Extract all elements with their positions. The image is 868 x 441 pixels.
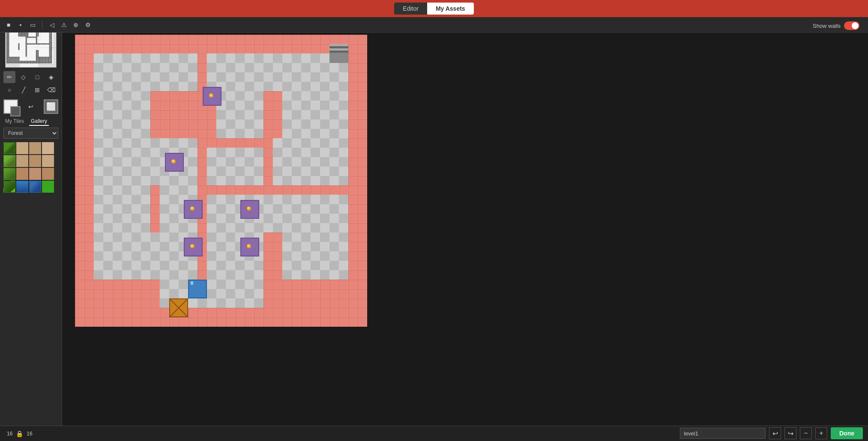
tile-15[interactable] — [29, 181, 41, 193]
tile-3[interactable] — [29, 142, 41, 154]
erase-tool[interactable]: ⌫ — [45, 84, 57, 96]
tab-my-tiles[interactable]: My Tiles — [3, 117, 26, 126]
tile-category-select[interactable]: Forest Castle Dungeon Desert Snow — [3, 128, 58, 139]
lock-icon: 🔒 — [16, 430, 23, 437]
small-square-icon[interactable]: ▪ — [16, 21, 25, 29]
pencil-tool[interactable]: ✏ — [3, 71, 15, 83]
tab-container: Editor My Assets — [394, 3, 473, 15]
tile-6[interactable] — [16, 155, 28, 167]
tile-grid — [3, 142, 58, 193]
tile-10[interactable] — [16, 168, 28, 180]
tile-5[interactable] — [3, 155, 15, 167]
toolbar: ■ ▪ ▭ ◁ ⚠ ⊕ ⚙ — [0, 17, 868, 33]
show-walls-toggle[interactable] — [844, 21, 859, 30]
back-icon[interactable]: ◁ — [48, 21, 56, 29]
tile-12[interactable] — [42, 168, 54, 180]
color-area: ↩ ⬜ — [0, 98, 62, 116]
done-button[interactable]: Done — [831, 427, 863, 439]
tile-14[interactable] — [16, 181, 28, 193]
square-icon[interactable]: ■ — [4, 21, 13, 29]
redo-button[interactable]: ↪ — [784, 427, 796, 439]
add-layer-icon[interactable]: ⊕ — [72, 21, 80, 29]
tab-my-assets[interactable]: My Assets — [427, 3, 474, 15]
drawing-tools: ✏ ◇ □ ◈ ○ ╱ ⊞ ⌫ — [0, 69, 62, 98]
color-swap-arrow[interactable]: ↩ — [28, 103, 33, 110]
tile-4[interactable] — [42, 142, 54, 154]
title-bar: Editor My Assets — [0, 0, 868, 17]
circle-tool[interactable]: ○ — [3, 84, 15, 96]
tile-16[interactable] — [42, 181, 54, 193]
coord-y: 16 — [27, 431, 32, 437]
tab-gallery[interactable]: Gallery — [29, 117, 49, 126]
tile-7[interactable] — [29, 155, 41, 167]
rect-tool[interactable]: □ — [31, 71, 43, 83]
show-walls-label: Show walls — [813, 23, 841, 29]
tile-palette — [0, 140, 62, 431]
rect-outline-icon[interactable]: ▭ — [28, 21, 37, 29]
tile-13[interactable] — [3, 181, 15, 193]
tile-map-canvas[interactable] — [62, 33, 859, 426]
bottom-right-controls: ↩ ↪ − + Done — [675, 426, 868, 441]
3d-view-icon[interactable]: ⬜ — [44, 99, 58, 114]
fill-tool[interactable]: ◈ — [45, 71, 57, 83]
separator-1 — [42, 21, 42, 29]
level-name-input[interactable] — [680, 428, 766, 439]
undo-button[interactable]: ↩ — [769, 427, 781, 439]
zoom-out-button[interactable]: − — [800, 427, 812, 439]
warning-icon[interactable]: ⚠ — [60, 21, 68, 29]
tile-dropdown-container: Forest Castle Dungeon Desert Snow — [3, 128, 58, 139]
main-canvas — [62, 33, 868, 426]
tile-9[interactable] — [3, 168, 15, 180]
settings-icon[interactable]: ⚙ — [84, 21, 92, 29]
tile-2[interactable] — [16, 142, 28, 154]
secondary-color-swatch[interactable] — [10, 106, 21, 116]
tab-editor[interactable]: Editor — [394, 3, 427, 15]
coord-x: 16 — [7, 431, 12, 437]
line-tool[interactable]: ╱ — [18, 84, 30, 96]
left-sidebar: ✏ ◇ □ ◈ ○ ╱ ⊞ ⌫ ↩ ⬜ My Tiles Gallery For… — [0, 17, 62, 441]
show-walls-area: Show walls — [813, 21, 859, 30]
tile-tabs: My Tiles Gallery — [0, 116, 62, 128]
zoom-in-button[interactable]: + — [815, 427, 827, 439]
table-tool[interactable]: ⊞ — [31, 84, 43, 96]
tile-8[interactable] — [42, 155, 54, 167]
tile-1[interactable] — [3, 142, 15, 154]
tile-11[interactable] — [29, 168, 41, 180]
diamond-tool[interactable]: ◇ — [18, 71, 30, 83]
